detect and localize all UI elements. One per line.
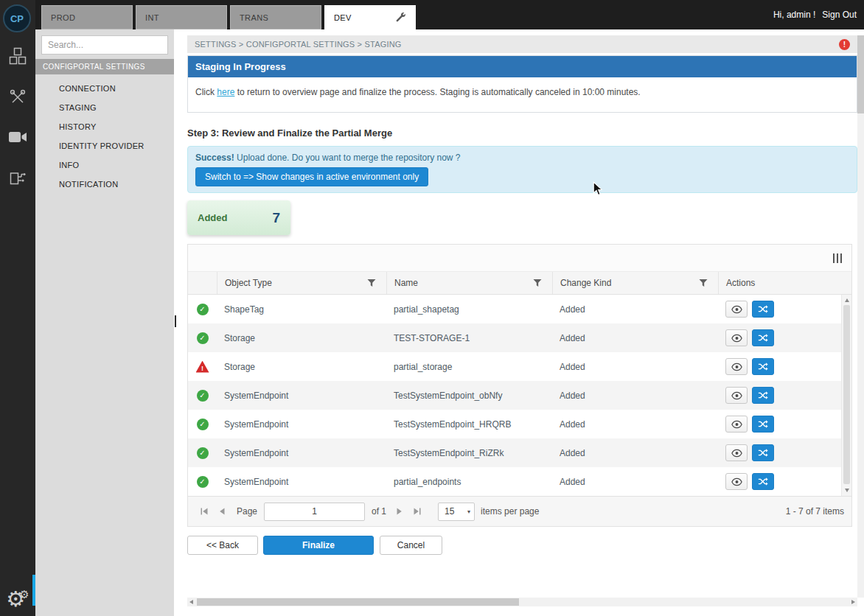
scroll-right-icon[interactable] — [851, 600, 855, 604]
sidebar-item-staging[interactable]: STAGING — [35, 98, 174, 117]
eye-icon — [731, 449, 742, 458]
search-input[interactable] — [41, 35, 168, 55]
view-details-button[interactable] — [725, 329, 748, 346]
view-details-button[interactable] — [725, 473, 748, 490]
row-status-icon — [197, 304, 209, 315]
alert-bold: Success! — [195, 153, 234, 163]
tab-trans[interactable]: TRANS — [230, 5, 321, 29]
tab-int-label: INT — [145, 13, 159, 22]
page-vertical-scrollbar — [857, 35, 864, 598]
shuffle-icon — [758, 477, 768, 486]
pager-prev-button[interactable] — [213, 503, 231, 520]
merge-button[interactable] — [752, 358, 774, 375]
vertical-scroll-thumb[interactable] — [857, 35, 864, 113]
grid-header: Object Type Name Change Kind Actions — [188, 272, 851, 295]
merge-button[interactable] — [752, 301, 774, 318]
eye-icon — [731, 305, 742, 314]
merge-button[interactable] — [752, 473, 774, 490]
cancel-button[interactable]: Cancel — [380, 536, 442, 555]
tab-prod[interactable]: PROD — [41, 5, 133, 29]
cell-actions — [718, 329, 851, 346]
header-object-type-label: Object Type — [225, 278, 272, 288]
tools-icon[interactable] — [9, 88, 27, 106]
tab-dev[interactable]: DEV — [324, 5, 416, 29]
message-suffix: to return to overview page and finalize … — [234, 87, 640, 97]
column-chooser-icon[interactable] — [833, 253, 843, 263]
modules-icon[interactable] — [9, 47, 27, 65]
finalize-button[interactable]: Finalize — [263, 536, 374, 555]
tab-dev-label: DEV — [334, 13, 352, 22]
menu-section-header[interactable]: CONFIGPORTAL SETTINGS — [35, 59, 174, 74]
pager-first-button[interactable] — [195, 503, 213, 520]
search-wrap — [35, 29, 174, 59]
camera-icon[interactable] — [8, 130, 27, 144]
header-name-label: Name — [394, 278, 418, 288]
merge-button[interactable] — [752, 444, 774, 461]
added-summary-card: Added 7 — [187, 200, 290, 235]
shuffle-icon — [758, 333, 768, 343]
sidebar-item-identity-provider[interactable]: IDENTITY PROVIDER — [35, 136, 174, 155]
scroll-up-icon[interactable] — [845, 298, 849, 302]
filter-icon[interactable] — [699, 279, 708, 287]
view-details-button[interactable] — [725, 387, 748, 404]
page-number-input[interactable] — [264, 503, 365, 521]
cell-name: TestSystemEndpoint_RiZRk — [386, 448, 552, 458]
back-button[interactable]: << Back — [187, 536, 258, 555]
staging-panel-message: Click here to return to overview page an… — [188, 77, 857, 112]
settings-menu-panel: CONFIGPORTAL SETTINGS CONNECTION STAGING… — [35, 29, 174, 616]
sign-out-link[interactable]: Sign Out — [822, 10, 857, 20]
grid-vertical-scrollbar — [841, 295, 851, 496]
switch-environment-button[interactable]: Switch to => Show changes in active envi… — [195, 167, 428, 186]
sidebar-item-info[interactable]: INFO — [35, 155, 174, 175]
items-per-page-label: items per page — [481, 506, 539, 517]
tab-int[interactable]: INT — [136, 5, 227, 29]
page-size-select[interactable]: 15 ▾ — [438, 503, 475, 521]
merge-button[interactable] — [752, 416, 774, 433]
sidebar-item-connection[interactable]: CONNECTION — [35, 79, 174, 98]
table-row: Storage partial_storage Added — [188, 352, 851, 381]
pager-last-button[interactable] — [408, 503, 426, 520]
view-details-button[interactable] — [725, 301, 748, 318]
cell-actions — [718, 444, 851, 461]
top-bar: PROD INT TRANS DEV Hi, admin ! Sign Out — [0, 0, 864, 29]
merge-button[interactable] — [752, 329, 774, 346]
scroll-left-icon[interactable] — [189, 600, 193, 604]
footer-buttons: << Back Finalize Cancel — [187, 536, 857, 555]
sidebar-item-history[interactable]: HISTORY — [35, 117, 174, 136]
grid-pager: Page of 1 15 ▾ items per page 1 - 7 of 7… — [188, 496, 851, 526]
eye-icon — [731, 391, 742, 400]
chevron-down-icon: ▾ — [467, 508, 470, 515]
filter-icon[interactable] — [367, 279, 376, 287]
view-details-button[interactable] — [725, 358, 748, 375]
row-status-icon — [197, 332, 209, 344]
menu-items: CONNECTION STAGING HISTORY IDENTITY PROV… — [35, 74, 174, 194]
row-status-icon — [197, 447, 209, 459]
breadcrumb: SETTINGS > CONFIGPORTAL SETTINGS > STAGI… — [187, 35, 857, 53]
filter-icon[interactable] — [533, 279, 542, 287]
error-notification-icon[interactable]: ! — [839, 39, 850, 50]
header-actions-label: Actions — [726, 278, 755, 288]
cp-logo[interactable]: CP — [3, 4, 31, 32]
cell-object-type: ShapeTag — [217, 304, 386, 315]
seek-first-icon — [201, 508, 208, 515]
cell-name: partial_storage — [386, 362, 552, 372]
alert-text: Upload done. Do you want to merge the re… — [234, 153, 461, 163]
horizontal-scroll-thumb[interactable] — [197, 598, 519, 606]
view-details-button[interactable] — [725, 416, 748, 433]
sidebar-item-notification[interactable]: NOTIFICATION — [35, 175, 174, 194]
cell-actions — [718, 416, 851, 433]
message-prefix: Click — [195, 87, 217, 97]
cell-name: TEST-STORAGE-1 — [386, 333, 552, 343]
scroll-down-icon[interactable] — [845, 489, 849, 492]
tab-trans-label: TRANS — [240, 13, 268, 22]
view-details-button[interactable] — [725, 444, 748, 461]
infrastructure-icon[interactable] — [9, 168, 27, 186]
cell-object-type: Storage — [217, 333, 386, 343]
pager-next-button[interactable] — [391, 503, 408, 520]
overview-link[interactable]: here — [217, 87, 234, 97]
merge-button[interactable] — [752, 387, 774, 404]
app-sidebar: CP ⚙⚙ — [0, 0, 35, 616]
grid-toolbar — [188, 245, 851, 272]
settings-gear-icon[interactable]: ⚙⚙ — [0, 588, 35, 610]
grid-scroll-thumb[interactable] — [843, 305, 850, 484]
